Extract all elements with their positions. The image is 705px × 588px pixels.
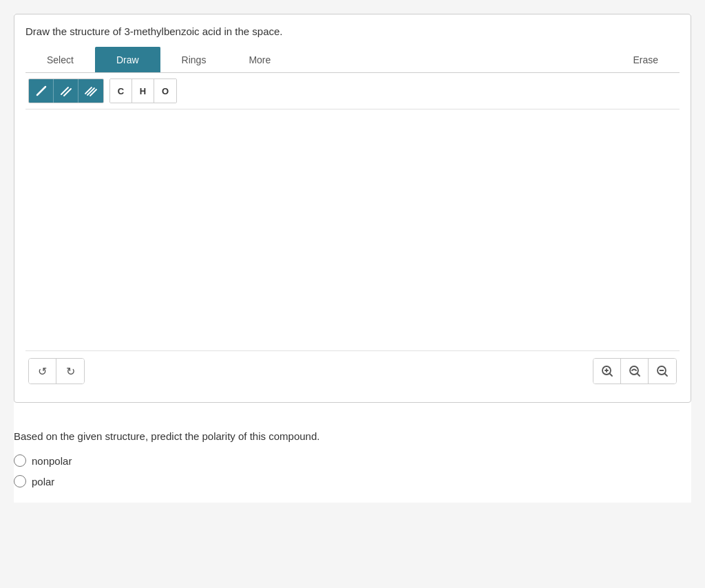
atom-group: C H O (109, 78, 177, 103)
triple-bond-button[interactable] (78, 79, 103, 103)
double-bond-button[interactable] (54, 79, 78, 103)
tab-erase[interactable]: Erase (611, 47, 680, 72)
undo-button[interactable]: ↺ (29, 359, 56, 384)
radio-nonpolar[interactable] (14, 454, 26, 467)
svg-line-9 (610, 374, 612, 376)
svg-line-3 (85, 87, 92, 94)
question2-text: Based on the given structure, predict th… (14, 430, 691, 442)
svg-point-10 (630, 366, 638, 375)
label-nonpolar: nonpolar (32, 455, 72, 467)
zoom-reset-button[interactable] (621, 359, 649, 384)
draw-section: Draw the structure of 3-methylbenzoic ac… (14, 14, 691, 403)
option-nonpolar[interactable]: nonpolar (14, 454, 691, 467)
atom-c-button[interactable]: C (110, 79, 132, 103)
svg-line-0 (37, 87, 45, 95)
undo-redo-group: ↺ ↻ (28, 358, 85, 384)
tab-draw[interactable]: Draw (95, 47, 160, 72)
zoom-group (593, 358, 677, 384)
tab-select[interactable]: Select (25, 47, 95, 72)
question1-text: Draw the structure of 3-methylbenzoic ac… (25, 25, 680, 37)
svg-line-14 (665, 374, 667, 376)
polarity-section: Based on the given structure, predict th… (14, 423, 691, 503)
atom-o-button[interactable]: O (154, 79, 176, 103)
svg-line-4 (87, 88, 94, 95)
zoom-out-button[interactable] (649, 359, 676, 384)
redo-button[interactable]: ↻ (56, 359, 84, 384)
zoom-in-button[interactable] (593, 359, 621, 384)
atom-h-button[interactable]: H (132, 79, 154, 103)
canvas-controls: ↺ ↻ (25, 350, 680, 391)
svg-line-5 (90, 90, 96, 96)
svg-line-11 (638, 374, 640, 376)
bond-group (28, 78, 104, 103)
drawing-canvas[interactable] (25, 109, 680, 350)
option-polar[interactable]: polar (14, 475, 691, 487)
tabs-bar: Select Draw Rings More Erase (25, 47, 680, 73)
single-bond-button[interactable] (29, 79, 54, 103)
radio-polar[interactable] (14, 475, 26, 487)
draw-toolbar: C H O (25, 73, 680, 109)
label-polar: polar (32, 476, 54, 487)
tab-rings[interactable]: Rings (160, 47, 228, 72)
tab-more[interactable]: More (227, 47, 292, 72)
